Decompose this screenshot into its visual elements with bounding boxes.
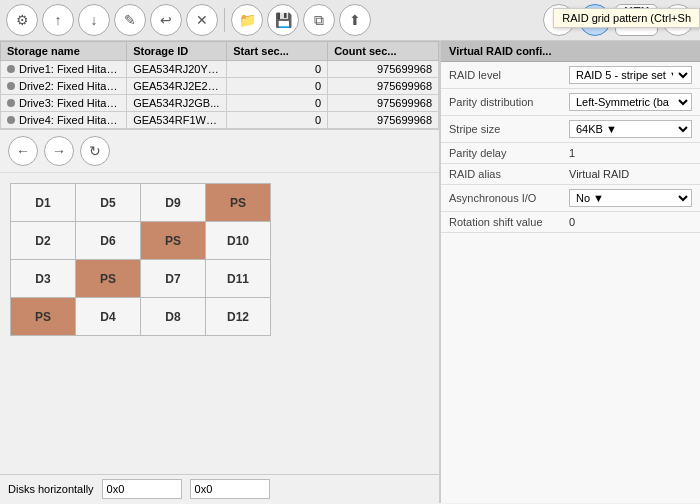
cell-start: 0 [227, 95, 328, 112]
cell-count: 975699968 [328, 112, 439, 129]
bottom-bar: Disks horizontally [0, 474, 439, 503]
col-count-sec: Count sec... [328, 42, 439, 61]
data-cell: D8 [141, 298, 206, 336]
save-icon[interactable]: 💾 [267, 4, 299, 36]
cell-name: Drive2: Fixed Hitachi HDP7250... [1, 78, 127, 95]
table-row[interactable]: Drive2: Fixed Hitachi HDP7250... GEA534R… [1, 78, 439, 95]
main-area: Storage name Storage ID Start sec... Cou… [0, 41, 700, 503]
cell-start: 0 [227, 112, 328, 129]
cell-count: 975699968 [328, 78, 439, 95]
data-cell: D7 [141, 260, 206, 298]
col-storage-id: Storage ID [127, 42, 227, 61]
export-icon[interactable]: ⬆ [339, 4, 371, 36]
config-value-cell[interactable]: RAID 5 - stripe set ▼ [561, 62, 700, 89]
data-cell: D10 [206, 222, 271, 260]
data-cell: D4 [76, 298, 141, 336]
config-label: Asynchronous I/O [441, 185, 561, 212]
config-value-cell: 1 [561, 143, 700, 164]
table-row[interactable]: Drive4: Fixed Hitachi HDP7250... GEA534R… [1, 112, 439, 129]
config-table: RAID level RAID 5 - stripe set ▼ Parity … [441, 62, 700, 233]
edit-icon[interactable]: ✎ [114, 4, 146, 36]
data-cell: D1 [11, 184, 76, 222]
storage-table: Storage name Storage ID Start sec... Cou… [0, 41, 439, 129]
parity-cell: PS [76, 260, 141, 298]
toolbar-right: 〜 ⊕ HEX ⊞ RAID grid pattern (Ctrl+Sh [543, 4, 694, 36]
cell-start: 0 [227, 61, 328, 78]
config-value-cell: Virtual RAID [561, 164, 700, 185]
config-row: RAID level RAID 5 - stripe set ▼ [441, 62, 700, 89]
cell-id: GEA534RJ2E2RYA [127, 78, 227, 95]
parity-cell: PS [141, 222, 206, 260]
data-cell: D6 [76, 222, 141, 260]
raid-grid: D1D5D9PSD2D6PSD10D3PSD7D11PSD4D8D12 [10, 183, 271, 336]
config-label: Stripe size [441, 116, 561, 143]
folder-icon[interactable]: 📁 [231, 4, 263, 36]
config-row: Parity delay 1 [441, 143, 700, 164]
data-cell: D2 [11, 222, 76, 260]
col-storage-name: Storage name [1, 42, 127, 61]
layers-icon[interactable]: ⧉ [303, 4, 335, 36]
undo-icon[interactable]: ↩ [150, 4, 182, 36]
config-value-cell[interactable]: Left-Symmetric (ba ▼ [561, 89, 700, 116]
config-label: Parity distribution [441, 89, 561, 116]
right-panel: Virtual RAID confi... RAID level RAID 5 … [440, 41, 700, 503]
refresh-button[interactable]: ↻ [80, 136, 110, 166]
col-start-sec: Start sec... [227, 42, 328, 61]
config-row: Asynchronous I/O No ▼ [441, 185, 700, 212]
left-panel: Storage name Storage ID Start sec... Cou… [0, 41, 440, 503]
config-value-cell[interactable]: No ▼ [561, 185, 700, 212]
cell-name: Drive3: Fixed Hitachi HDP7250... [1, 95, 127, 112]
config-row: Stripe size 64KB ▼ [441, 116, 700, 143]
settings-icon[interactable]: ⚙ [6, 4, 38, 36]
cell-id: GEA534RJ2GB... [127, 95, 227, 112]
config-value: 0 [569, 216, 575, 228]
bottom-input-1[interactable] [102, 479, 182, 499]
config-label: RAID alias [441, 164, 561, 185]
cell-count: 975699968 [328, 61, 439, 78]
config-select[interactable]: Left-Symmetric (ba ▼ [569, 93, 692, 111]
config-value-cell[interactable]: 64KB ▼ [561, 116, 700, 143]
table-row[interactable]: Drive1: Fixed Hitachi HDP7250... GEA534R… [1, 61, 439, 78]
forward-button[interactable]: → [44, 136, 74, 166]
config-row: RAID alias Virtual RAID [441, 164, 700, 185]
down-icon[interactable]: ↓ [78, 4, 110, 36]
disks-label: Disks horizontally [8, 483, 94, 495]
config-label: RAID level [441, 62, 561, 89]
cell-name: Drive4: Fixed Hitachi HDP7250... [1, 112, 127, 129]
cell-id: GEA534RJ20Y9TA [127, 61, 227, 78]
cell-count: 975699968 [328, 95, 439, 112]
data-cell: D9 [141, 184, 206, 222]
config-select[interactable]: No ▼ [569, 189, 692, 207]
config-value: Virtual RAID [569, 168, 629, 180]
cell-id: GEA534RF1WT... [127, 112, 227, 129]
right-panel-header: Virtual RAID confi... [441, 41, 700, 62]
separator-1 [224, 8, 225, 32]
data-cell: D5 [76, 184, 141, 222]
grid-area: D1D5D9PSD2D6PSD10D3PSD7D11PSD4D8D12 [0, 173, 439, 474]
bottom-input-2[interactable] [190, 479, 270, 499]
table-row[interactable]: Drive3: Fixed Hitachi HDP7250... GEA534R… [1, 95, 439, 112]
back-button[interactable]: ← [8, 136, 38, 166]
up-icon[interactable]: ↑ [42, 4, 74, 36]
close-icon[interactable]: ✕ [186, 4, 218, 36]
parity-cell: PS [11, 298, 76, 336]
config-label: Parity delay [441, 143, 561, 164]
config-label: Rotation shift value [441, 212, 561, 233]
config-select[interactable]: RAID 5 - stripe set ▼ [569, 66, 692, 84]
data-cell: D3 [11, 260, 76, 298]
nav-area: ← → ↻ [0, 130, 439, 173]
config-row: Rotation shift value 0 [441, 212, 700, 233]
toolbar: ⚙ ↑ ↓ ✎ ↩ ✕ 📁 💾 ⧉ ⬆ 〜 ⊕ HEX ⊞ RAID grid … [0, 0, 700, 41]
config-row: Parity distribution Left-Symmetric (ba ▼ [441, 89, 700, 116]
data-cell: D12 [206, 298, 271, 336]
data-cell: D11 [206, 260, 271, 298]
config-select[interactable]: 64KB ▼ [569, 120, 692, 138]
config-value: 1 [569, 147, 575, 159]
cell-start: 0 [227, 78, 328, 95]
tooltip-bubble: RAID grid pattern (Ctrl+Sh [553, 8, 700, 28]
cell-name: Drive1: Fixed Hitachi HDP7250... [1, 61, 127, 78]
parity-cell: PS [206, 184, 271, 222]
config-value-cell: 0 [561, 212, 700, 233]
